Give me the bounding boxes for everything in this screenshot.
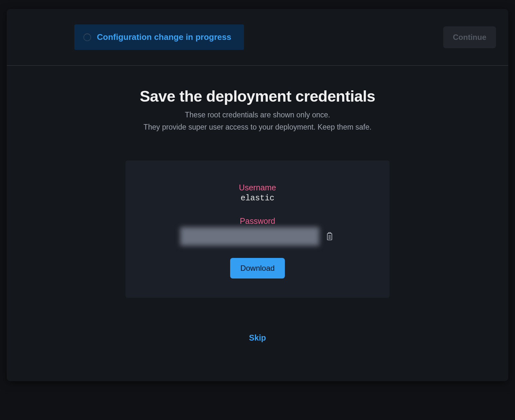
page-title: Save the deployment credentials — [20, 87, 495, 105]
clipboard-icon — [326, 232, 333, 241]
subtitle-line-1: These root credentials are shown only on… — [20, 109, 495, 121]
svg-rect-0 — [327, 233, 332, 240]
copy-password-button[interactable] — [324, 231, 335, 242]
status-text: Configuration change in progress — [97, 32, 231, 42]
password-value-masked — [180, 227, 319, 246]
skip-link[interactable]: Skip — [249, 333, 266, 342]
panel-header: Configuration change in progress Continu… — [7, 9, 508, 66]
username-value: elastic — [138, 194, 377, 203]
password-label: Password — [138, 216, 377, 226]
credentials-card: Username elastic Password Download — [126, 160, 389, 298]
username-label: Username — [138, 183, 377, 192]
continue-button[interactable]: Continue — [443, 26, 496, 48]
download-button[interactable]: Download — [230, 258, 285, 278]
credentials-panel: Configuration change in progress Continu… — [7, 9, 508, 381]
subtitle-line-2: They provide super user access to your d… — [20, 121, 495, 133]
spinner-icon — [83, 33, 91, 41]
status-pill: Configuration change in progress — [74, 24, 244, 50]
password-row — [138, 227, 377, 246]
panel-body: Save the deployment credentials These ro… — [7, 66, 508, 381]
